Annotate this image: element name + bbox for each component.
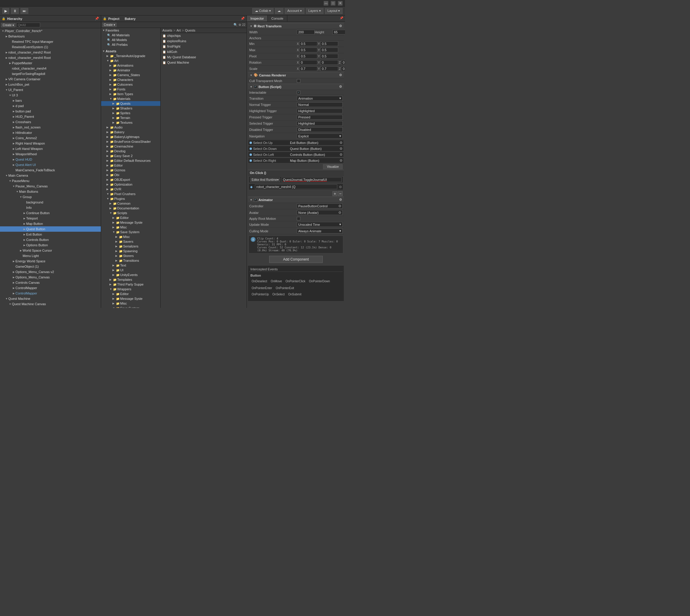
project-tree-item[interactable]: ▶📁UI <box>101 268 160 272</box>
scale-y-input[interactable] <box>320 66 338 71</box>
hierarchy-item[interactable]: ▶Energy World Space <box>0 259 101 264</box>
hierarchy-item[interactable]: ▶robot_character_mesh2 Root <box>0 50 101 55</box>
scale-z-input[interactable] <box>341 66 345 71</box>
hierarchy-item[interactable]: ▶Options_Menu_Canvas <box>0 274 101 280</box>
transition-dropdown[interactable]: Animation ▾ <box>297 96 342 101</box>
project-tree-item[interactable]: ▶📁Optimization <box>101 182 160 187</box>
project-tree-item[interactable]: ▶📁Sprites <box>101 111 160 115</box>
collab-button[interactable]: ☁ Collab ▾ <box>252 8 274 14</box>
hierarchy-item[interactable]: ▶Exit Button <box>0 232 101 237</box>
normal-trigger-input[interactable] <box>297 102 342 107</box>
project-tree-item[interactable]: ▶📁Transitions <box>101 258 160 263</box>
hierarchy-item[interactable]: ▼Quest Machine Canvas <box>0 301 101 307</box>
project-tree-item[interactable]: ▼📁Art <box>101 58 160 63</box>
event-runtime-dropdown[interactable]: Editor And Runtime ▾ <box>250 178 280 182</box>
pivot-y-input[interactable] <box>320 54 338 59</box>
rot-z-input[interactable] <box>341 60 345 65</box>
controller-target-icon[interactable]: ⊙ <box>338 204 341 208</box>
event-tag[interactable]: OnMove <box>271 280 282 283</box>
project-tree-item[interactable]: ▶📁OVR <box>101 187 160 192</box>
project-tree-item[interactable]: ▶📁BakeryLightmaps <box>101 134 160 139</box>
project-tree-item[interactable]: ▶📁Easy Save 2 <box>101 153 160 158</box>
animator-settings-icon[interactable]: ⚙ <box>339 198 342 202</box>
project-tree-item[interactable]: ▶📁Spawning <box>101 249 160 254</box>
asset-item[interactable]: 📋Quest Machine <box>161 60 247 65</box>
project-tree-item[interactable]: ▶📁BruteForce-GrassShader <box>101 139 160 144</box>
hierarchy-item[interactable]: ▶Options_Menu_Canvas v2 <box>0 269 101 274</box>
breadcrumb-art[interactable]: Art <box>176 28 180 32</box>
project-tree-item[interactable]: ▶📁Templates <box>101 277 160 282</box>
asset-item[interactable]: 📋chipchips <box>161 33 247 38</box>
hierarchy-item[interactable]: ▼Pause_Menu_Canvas <box>0 183 101 189</box>
height-input[interactable] <box>333 30 345 35</box>
breadcrumb-assets[interactable]: Assets <box>162 28 172 32</box>
asset-item[interactable]: 📋My Quest Database <box>161 54 247 60</box>
event-function-input[interactable] <box>281 177 342 182</box>
canvas-settings-icon[interactable]: ⚙ <box>339 73 342 77</box>
highlighted-trigger-input[interactable] <box>297 109 342 113</box>
navigation-dropdown[interactable]: Explicit ▾ <box>297 134 342 139</box>
hierarchy-item[interactable]: ▶flash_red_screen <box>0 125 101 130</box>
hierarchy-item[interactable]: ▶Continue Button <box>0 210 101 216</box>
maximize-button[interactable]: □ <box>331 1 335 6</box>
button-script-enabled-checkbox[interactable]: ✓ <box>254 85 257 89</box>
project-tree-item[interactable]: ▶📁Quests <box>101 101 160 106</box>
hierarchy-item[interactable]: ▶Right Hand Weapon <box>0 141 101 146</box>
select-on-up-target-icon[interactable]: ⊙ <box>340 141 342 145</box>
project-tree-item[interactable]: ▶📁Savers <box>101 239 160 244</box>
hierarchy-item[interactable]: ▶Crosshairs <box>0 119 101 125</box>
hierarchy-item[interactable]: ▶bars <box>0 98 101 103</box>
hierarchy-item[interactable]: ▶Left Hand Weapon <box>0 146 101 151</box>
event-tag[interactable]: OnPointerClick <box>286 280 306 283</box>
project-tree-item[interactable]: ▶📁Third Party Suppe <box>101 282 160 287</box>
close-button[interactable]: ✕ <box>338 1 342 6</box>
hierarchy-item[interactable]: robot_character_mesh4 <box>0 66 101 71</box>
step-button[interactable]: ⏭ <box>21 8 28 14</box>
event-tag[interactable]: OnPointerExit <box>276 286 294 290</box>
avatar-dropdown[interactable]: None (Avatar) ⊙ <box>297 210 342 215</box>
event-tag[interactable]: OnSubmit <box>288 293 301 296</box>
hierarchy-item[interactable]: ▶World Space Cursor <box>0 248 101 253</box>
select-on-left-target-icon[interactable]: ⊙ <box>340 153 342 156</box>
culling-mode-dropdown[interactable]: Always Animate ▾ <box>297 228 342 234</box>
interactable-checkbox[interactable]: ✓ <box>297 91 301 94</box>
hierarchy-item[interactable]: ▶LunchBox_pet <box>0 82 101 87</box>
project-tree-item[interactable]: ▶📁Devdog <box>101 149 160 153</box>
avatar-target-icon[interactable]: ⊙ <box>338 211 341 215</box>
project-tree-item[interactable]: ▶📁Characters <box>101 77 160 82</box>
project-tree-item[interactable]: ▶📁Message Syste <box>101 296 160 301</box>
project-tree-item[interactable]: ▶📁Item Types <box>101 92 160 96</box>
hierarchy-item[interactable]: Rewired TPC Input Manager <box>0 39 101 44</box>
animator-header[interactable]: ▼ ✓ Animator ⚙ <box>248 197 344 203</box>
project-tree-item[interactable]: ▼📁Scripts <box>101 211 160 215</box>
project-tree-item[interactable]: ▶📁OBJExport <box>101 177 160 182</box>
button-script-header[interactable]: ▼ ✓ Button (Script) ⚙ <box>248 84 344 90</box>
hierarchy-item[interactable]: ▼Main Buttons <box>0 189 101 194</box>
hierarchy-item[interactable]: ▶Options Button <box>0 242 101 248</box>
project-tree-item[interactable]: ▶📁Editor <box>101 291 160 296</box>
canvas-renderer-header[interactable]: ▼ 🎨 Canvas Renderer ⚙ <box>248 72 344 78</box>
project-tree-item[interactable]: ▶📁Audio <box>101 125 160 130</box>
minimize-button[interactable]: — <box>324 1 328 6</box>
event-tag[interactable]: OnDeselect <box>252 280 267 283</box>
update-mode-dropdown[interactable]: Unscaled Time ▾ <box>297 222 342 227</box>
select-on-down-target-icon[interactable]: ⊙ <box>340 147 342 151</box>
select-on-down-row[interactable]: Select On Down Quest Button (Button) ⊙ <box>248 146 344 151</box>
project-tree-item[interactable]: ▶📁Cinemachine <box>101 144 160 149</box>
event-tag[interactable]: OnSelect <box>272 293 285 296</box>
assets-header[interactable]: ▼Assets <box>101 49 160 53</box>
hierarchy-item[interactable]: ▼Quest Machine <box>0 296 101 301</box>
event-tag[interactable]: OnPointerDown <box>309 280 330 283</box>
hierarchy-item[interactable]: ▶ControlMapper <box>0 291 101 296</box>
hierarchy-item[interactable]: ▶Quest Alert UI <box>0 162 101 168</box>
pivot-x-input[interactable] <box>299 54 317 59</box>
hierarchy-item[interactable]: ▶Controls Canvas <box>0 280 101 285</box>
width-input[interactable] <box>297 30 315 35</box>
hierarchy-item[interactable]: RewiredEventSystem (1) <box>0 44 101 50</box>
hierarchy-item[interactable]: ▶d pad <box>0 103 101 109</box>
project-tree-item[interactable]: ▶📁Animator <box>101 68 160 72</box>
project-tree-item[interactable]: ▶📁Storers <box>101 254 160 258</box>
min-y-input[interactable] <box>320 41 338 46</box>
project-tree-item[interactable]: ▶📁UnityEvents <box>101 272 160 277</box>
hierarchy-item[interactable]: ▶HitIndicator <box>0 130 101 135</box>
